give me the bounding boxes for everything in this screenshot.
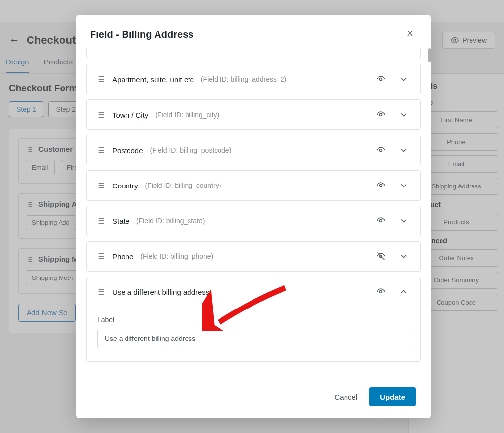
field-row-header[interactable]: Use a different billing address: [87, 277, 420, 307]
field-row-header[interactable]: Phone (Field ID: billing_phone): [87, 242, 420, 271]
modal-header: Field - Billing Address: [76, 15, 431, 48]
field-row: Country (Field ID: billing_country): [86, 170, 421, 201]
field-row: Phone (Field ID: billing_phone): [86, 241, 421, 272]
field-row-header[interactable]: State (Field ID: billing_state): [87, 206, 420, 236]
drag-handle-icon[interactable]: [95, 216, 105, 226]
field-label: Country: [112, 182, 138, 190]
input-label: Label: [97, 316, 410, 324]
cancel-button[interactable]: Cancel: [334, 393, 357, 401]
drag-handle-icon[interactable]: [95, 287, 105, 297]
chevron-down-icon[interactable]: [396, 178, 411, 193]
modal-title: Field - Billing Address: [90, 29, 193, 40]
field-row-header[interactable]: Town / City (Field ID: billing_city): [87, 100, 420, 129]
chevron-down-icon[interactable]: [396, 248, 411, 264]
field-row: Town / City (Field ID: billing_city): [86, 99, 421, 130]
visibility-toggle-icon[interactable]: [373, 213, 389, 229]
field-label: Postcode: [112, 146, 143, 155]
svg-point-55: [380, 220, 382, 222]
visibility-toggle-icon[interactable]: [373, 284, 389, 300]
field-row-expanded: Use a different billing address Label: [86, 277, 421, 362]
field-label: Use a different billing address: [112, 288, 209, 296]
svg-point-41: [380, 149, 382, 152]
modal-footer: Cancel Update: [76, 378, 431, 418]
drag-handle-icon[interactable]: [95, 251, 105, 261]
drag-handle-icon[interactable]: [95, 110, 105, 120]
visibility-toggle-icon[interactable]: [373, 248, 389, 264]
visibility-toggle-icon[interactable]: [373, 107, 389, 123]
field-row-header[interactable]: Country (Field ID: billing_country): [87, 171, 420, 200]
scrollbar-thumb[interactable]: [428, 48, 431, 62]
field-id: (Field ID: billing_state): [136, 217, 205, 225]
visibility-toggle-icon[interactable]: [373, 178, 389, 193]
field-label: Apartment, suite, unit etc: [112, 75, 194, 84]
chevron-down-icon[interactable]: [396, 71, 411, 87]
visibility-toggle-icon[interactable]: [373, 71, 389, 87]
field-label: State: [112, 217, 129, 225]
drag-handle-icon[interactable]: [95, 145, 105, 155]
field-row: Apartment, suite, unit etc (Field ID: bi…: [86, 64, 421, 94]
field-editor-modal: Field - Billing Address Apartment, suite…: [76, 15, 431, 418]
chevron-down-icon[interactable]: [396, 107, 411, 123]
field-id: (Field ID: billing_postcode): [150, 146, 232, 154]
field-row-header[interactable]: Postcode (Field ID: billing_postcode): [87, 135, 420, 165]
field-id: (Field ID: billing_city): [155, 111, 219, 119]
field-row: State (Field ID: billing_state): [86, 206, 421, 236]
chevron-up-icon[interactable]: [396, 284, 411, 300]
label-input[interactable]: [97, 329, 410, 348]
drag-handle-icon[interactable]: [95, 74, 105, 84]
drag-handle-icon[interactable]: [95, 181, 105, 190]
field-id: (Field ID: billing_address_2): [201, 75, 286, 83]
svg-point-27: [380, 78, 382, 81]
field-label: Town / City: [112, 111, 148, 119]
field-id: (Field ID: billing_phone): [140, 252, 213, 260]
update-button[interactable]: Update: [369, 387, 416, 406]
field-row: Postcode (Field ID: billing_postcode): [86, 135, 421, 165]
svg-point-48: [380, 185, 382, 187]
field-label: Phone: [112, 252, 133, 261]
svg-point-34: [380, 114, 382, 116]
visibility-toggle-icon[interactable]: [373, 142, 389, 158]
field-body: Label: [87, 307, 420, 361]
modal-body: Apartment, suite, unit etc (Field ID: bi…: [76, 48, 431, 378]
chevron-down-icon[interactable]: [396, 213, 411, 229]
field-row-header[interactable]: Apartment, suite, unit etc (Field ID: bi…: [87, 64, 420, 94]
svg-point-70: [380, 291, 382, 293]
field-row-partial: [86, 48, 421, 59]
close-icon[interactable]: [403, 27, 417, 42]
chevron-down-icon[interactable]: [396, 142, 411, 158]
field-id: (Field ID: billing_country): [145, 182, 221, 189]
